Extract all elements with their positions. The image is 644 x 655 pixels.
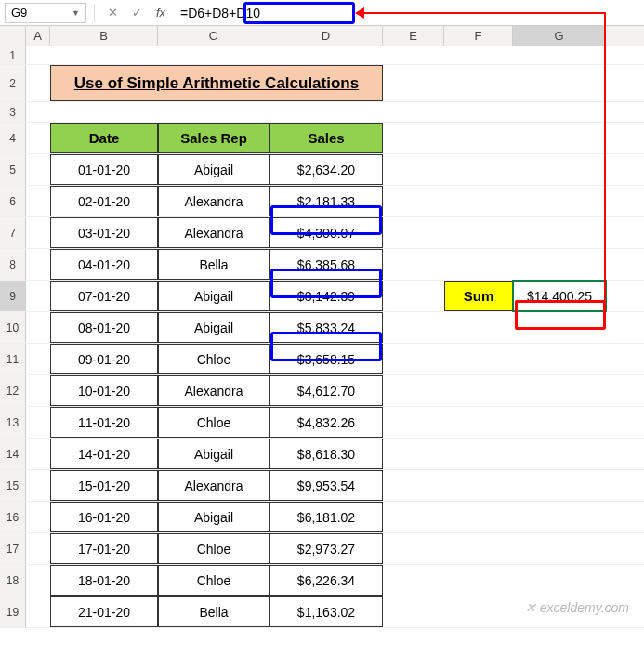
row-header-18[interactable]: 18 <box>0 565 26 596</box>
cell[interactable] <box>383 344 444 374</box>
cell-sales[interactable]: $5,833.24 <box>269 312 383 343</box>
cell[interactable] <box>26 249 50 280</box>
cell[interactable] <box>383 533 444 564</box>
row-header-16[interactable]: 16 <box>0 502 26 532</box>
row-header-1[interactable]: 1 <box>0 46 26 64</box>
cell[interactable] <box>383 186 444 216</box>
cell[interactable] <box>383 565 444 596</box>
cancel-icon[interactable]: ✕ <box>102 3 123 23</box>
cell[interactable] <box>26 186 50 216</box>
cell[interactable] <box>383 470 444 501</box>
cell[interactable] <box>383 407 444 438</box>
cell-date[interactable]: 14-01-20 <box>50 439 158 469</box>
cell[interactable] <box>444 186 513 216</box>
cell[interactable] <box>513 533 606 564</box>
cell[interactable] <box>513 46 606 64</box>
cell-sales[interactable]: $6,385.68 <box>269 249 383 280</box>
cell[interactable] <box>513 186 606 216</box>
cell-date[interactable]: 11-01-20 <box>50 407 158 438</box>
cell[interactable] <box>26 470 50 501</box>
cell-sales[interactable]: $2,634.20 <box>269 154 383 185</box>
cell-date[interactable]: 07-01-20 <box>50 281 158 311</box>
cell-sales[interactable]: $9,953.54 <box>269 470 383 501</box>
col-header-B[interactable]: B <box>50 26 158 46</box>
cell[interactable] <box>513 123 606 153</box>
cell[interactable] <box>50 102 158 122</box>
cell[interactable] <box>269 46 383 64</box>
cell-rep[interactable]: Abigail <box>158 281 269 311</box>
cell[interactable] <box>513 375 606 406</box>
cell[interactable] <box>444 46 513 64</box>
row-header-9[interactable]: 9 <box>0 281 26 311</box>
cell[interactable] <box>26 596 50 627</box>
sum-label[interactable]: Sum <box>444 281 513 311</box>
cell[interactable] <box>444 470 513 501</box>
cell[interactable] <box>269 102 383 122</box>
cell[interactable] <box>383 46 444 64</box>
header-date[interactable]: Date <box>50 123 158 153</box>
cell-date[interactable]: 08-01-20 <box>50 312 158 343</box>
cell-sales[interactable]: $4,832.26 <box>269 407 383 438</box>
cell-sales[interactable]: $4,612.70 <box>269 375 383 406</box>
col-header-G[interactable]: G <box>513 26 606 46</box>
cell[interactable] <box>513 407 606 438</box>
cell[interactable] <box>383 439 444 469</box>
cell-sales[interactable]: $1,163.02 <box>269 596 383 627</box>
cell-rep[interactable]: Chloe <box>158 407 269 438</box>
cell[interactable] <box>444 565 513 596</box>
row-header-17[interactable]: 17 <box>0 533 26 564</box>
select-all-corner[interactable] <box>0 26 26 46</box>
row-header-19[interactable]: 19 <box>0 596 26 627</box>
cell[interactable] <box>513 596 606 627</box>
row-header-10[interactable]: 10 <box>0 312 26 343</box>
row-header-7[interactable]: 7 <box>0 217 26 248</box>
cell-rep[interactable]: Abigail <box>158 154 269 185</box>
col-header-D[interactable]: D <box>269 26 383 46</box>
row-header-6[interactable]: 6 <box>0 186 26 216</box>
cell-date[interactable]: 16-01-20 <box>50 502 158 532</box>
cell[interactable] <box>26 344 50 374</box>
cell[interactable] <box>444 65 513 101</box>
cell[interactable] <box>513 65 606 101</box>
cell[interactable] <box>26 565 50 596</box>
cell-date[interactable]: 09-01-20 <box>50 344 158 374</box>
cell-rep[interactable]: Chloe <box>158 533 269 564</box>
cell[interactable] <box>444 312 513 343</box>
cell[interactable] <box>383 375 444 406</box>
cell-sales[interactable]: $3,658.15 <box>269 344 383 374</box>
sum-value[interactable]: $14,400.25 <box>513 281 606 311</box>
cell-date[interactable]: 01-01-20 <box>50 154 158 185</box>
cell[interactable] <box>513 154 606 185</box>
header-sales[interactable]: Sales <box>269 123 383 153</box>
cell[interactable] <box>383 154 444 185</box>
cell-sales[interactable]: $6,181.02 <box>269 502 383 532</box>
cell[interactable] <box>26 217 50 248</box>
cell[interactable] <box>444 102 513 122</box>
cell[interactable] <box>26 65 50 101</box>
cell[interactable] <box>444 407 513 438</box>
cell[interactable] <box>513 502 606 532</box>
cell[interactable] <box>383 65 444 101</box>
cell[interactable] <box>26 439 50 469</box>
cell[interactable] <box>444 533 513 564</box>
cell[interactable] <box>444 154 513 185</box>
row-header-8[interactable]: 8 <box>0 249 26 280</box>
row-header-14[interactable]: 14 <box>0 439 26 469</box>
cell[interactable] <box>26 281 50 311</box>
cell-rep[interactable]: Alexandra <box>158 217 269 248</box>
row-header-3[interactable]: 3 <box>0 102 26 122</box>
cell-date[interactable]: 21-01-20 <box>50 596 158 627</box>
cell[interactable] <box>383 217 444 248</box>
cell[interactable] <box>444 249 513 280</box>
cell[interactable] <box>444 502 513 532</box>
cell-rep[interactable]: Chloe <box>158 565 269 596</box>
row-header-2[interactable]: 2 <box>0 65 26 101</box>
chevron-down-icon[interactable]: ▼ <box>72 8 80 18</box>
header-rep[interactable]: Sales Rep <box>158 123 269 153</box>
cell-date[interactable]: 10-01-20 <box>50 375 158 406</box>
cell[interactable] <box>444 217 513 248</box>
cell[interactable] <box>158 102 269 122</box>
cell[interactable] <box>513 217 606 248</box>
cell-sales[interactable]: $2,973.27 <box>269 533 383 564</box>
cell-rep[interactable]: Abigail <box>158 312 269 343</box>
